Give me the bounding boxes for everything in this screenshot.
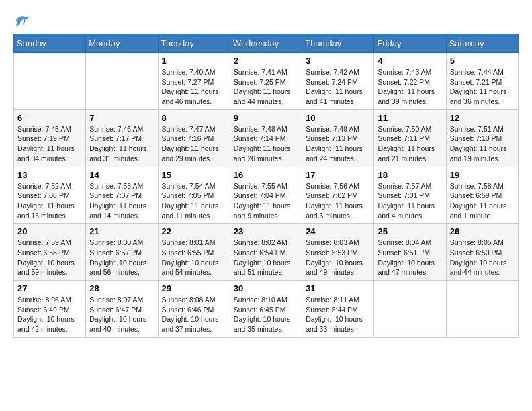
calendar-header-friday: Friday — [374, 34, 446, 53]
calendar-cell: 16Sunrise: 7:55 AM Sunset: 7:04 PM Dayli… — [230, 167, 302, 224]
calendar-cell: 1Sunrise: 7:40 AM Sunset: 7:27 PM Daylig… — [158, 53, 230, 110]
day-info: Sunrise: 7:49 AM Sunset: 7:13 PM Dayligh… — [306, 124, 370, 164]
day-info: Sunrise: 7:42 AM Sunset: 7:24 PM Dayligh… — [306, 67, 370, 107]
day-info: Sunrise: 8:00 AM Sunset: 6:57 PM Dayligh… — [89, 238, 154, 277]
day-number: 3 — [306, 56, 370, 66]
calendar-header-sunday: Sunday — [14, 34, 86, 53]
day-number: 26 — [450, 226, 515, 236]
day-number: 15 — [162, 170, 226, 180]
day-info: Sunrise: 7:50 AM Sunset: 7:11 PM Dayligh… — [378, 124, 442, 164]
calendar-cell — [446, 281, 518, 338]
day-number: 22 — [162, 226, 226, 236]
day-number: 12 — [450, 113, 515, 123]
calendar-header-wednesday: Wednesday — [230, 34, 302, 53]
day-number: 17 — [306, 170, 370, 180]
calendar-cell: 18Sunrise: 7:57 AM Sunset: 7:01 PM Dayli… — [374, 167, 446, 224]
calendar-cell: 4Sunrise: 7:43 AM Sunset: 7:22 PM Daylig… — [374, 53, 446, 110]
calendar-cell — [86, 53, 158, 110]
day-info: Sunrise: 8:11 AM Sunset: 6:44 PM Dayligh… — [306, 295, 370, 334]
day-number: 28 — [89, 283, 154, 293]
day-number: 20 — [17, 226, 82, 236]
day-info: Sunrise: 7:58 AM Sunset: 6:59 PM Dayligh… — [450, 181, 515, 221]
calendar-cell: 20Sunrise: 7:59 AM Sunset: 6:58 PM Dayli… — [14, 224, 86, 281]
calendar-cell: 19Sunrise: 7:58 AM Sunset: 6:59 PM Dayli… — [446, 167, 518, 224]
calendar-week-2: 6Sunrise: 7:45 AM Sunset: 7:19 PM Daylig… — [14, 109, 519, 167]
calendar-cell: 22Sunrise: 8:01 AM Sunset: 6:55 PM Dayli… — [158, 224, 230, 281]
day-number: 10 — [306, 113, 370, 123]
day-number: 4 — [378, 56, 442, 66]
day-info: Sunrise: 7:51 AM Sunset: 7:10 PM Dayligh… — [450, 124, 515, 164]
calendar-cell: 30Sunrise: 8:10 AM Sunset: 6:45 PM Dayli… — [230, 281, 302, 338]
calendar-header-tuesday: Tuesday — [158, 34, 230, 53]
day-number: 2 — [234, 56, 298, 66]
calendar-table: SundayMondayTuesdayWednesdayThursdayFrid… — [13, 34, 519, 338]
day-info: Sunrise: 7:52 AM Sunset: 7:08 PM Dayligh… — [17, 181, 82, 221]
calendar-cell: 12Sunrise: 7:51 AM Sunset: 7:10 PM Dayli… — [446, 109, 518, 167]
day-number: 25 — [378, 226, 442, 236]
day-info: Sunrise: 7:46 AM Sunset: 7:17 PM Dayligh… — [89, 124, 154, 164]
day-info: Sunrise: 8:02 AM Sunset: 6:54 PM Dayligh… — [234, 238, 298, 277]
day-info: Sunrise: 7:47 AM Sunset: 7:16 PM Dayligh… — [162, 124, 226, 164]
day-info: Sunrise: 7:43 AM Sunset: 7:22 PM Dayligh… — [378, 67, 442, 107]
day-number: 13 — [17, 170, 82, 180]
calendar-cell: 23Sunrise: 8:02 AM Sunset: 6:54 PM Dayli… — [230, 224, 302, 281]
day-info: Sunrise: 7:48 AM Sunset: 7:14 PM Dayligh… — [234, 124, 298, 164]
day-number: 18 — [378, 170, 442, 180]
calendar-cell — [374, 281, 446, 338]
day-number: 14 — [89, 170, 154, 180]
logo — [13, 13, 31, 27]
day-info: Sunrise: 7:59 AM Sunset: 6:58 PM Dayligh… — [17, 238, 82, 277]
day-number: 29 — [162, 283, 226, 293]
day-number: 27 — [17, 283, 82, 293]
calendar-header-row: SundayMondayTuesdayWednesdayThursdayFrid… — [14, 34, 519, 53]
calendar-cell: 29Sunrise: 8:08 AM Sunset: 6:46 PM Dayli… — [158, 281, 230, 338]
day-number: 21 — [89, 226, 154, 236]
calendar-cell: 3Sunrise: 7:42 AM Sunset: 7:24 PM Daylig… — [302, 53, 374, 110]
day-number: 31 — [306, 283, 370, 293]
calendar-cell: 31Sunrise: 8:11 AM Sunset: 6:44 PM Dayli… — [302, 281, 374, 338]
day-info: Sunrise: 7:53 AM Sunset: 7:07 PM Dayligh… — [89, 181, 154, 221]
day-info: Sunrise: 8:01 AM Sunset: 6:55 PM Dayligh… — [162, 238, 226, 277]
calendar-cell: 25Sunrise: 8:04 AM Sunset: 6:51 PM Dayli… — [374, 224, 446, 281]
calendar-cell: 15Sunrise: 7:54 AM Sunset: 7:05 PM Dayli… — [158, 167, 230, 224]
day-info: Sunrise: 8:10 AM Sunset: 6:45 PM Dayligh… — [234, 295, 298, 334]
day-info: Sunrise: 8:07 AM Sunset: 6:47 PM Dayligh… — [89, 295, 154, 334]
day-number: 11 — [378, 113, 442, 123]
day-info: Sunrise: 7:44 AM Sunset: 7:21 PM Dayligh… — [450, 67, 515, 107]
calendar-cell: 13Sunrise: 7:52 AM Sunset: 7:08 PM Dayli… — [14, 167, 86, 224]
day-number: 7 — [89, 113, 154, 123]
calendar-header-monday: Monday — [86, 34, 158, 53]
calendar-cell: 10Sunrise: 7:49 AM Sunset: 7:13 PM Dayli… — [302, 109, 374, 167]
day-number: 8 — [162, 113, 226, 123]
day-info: Sunrise: 8:08 AM Sunset: 6:46 PM Dayligh… — [162, 295, 226, 334]
day-info: Sunrise: 7:41 AM Sunset: 7:25 PM Dayligh… — [234, 67, 298, 107]
calendar-cell: 5Sunrise: 7:44 AM Sunset: 7:21 PM Daylig… — [446, 53, 518, 110]
day-number: 6 — [17, 113, 82, 123]
calendar-cell — [14, 53, 86, 110]
calendar-week-3: 13Sunrise: 7:52 AM Sunset: 7:08 PM Dayli… — [14, 167, 519, 224]
day-info: Sunrise: 8:05 AM Sunset: 6:50 PM Dayligh… — [450, 238, 515, 277]
day-number: 16 — [234, 170, 298, 180]
day-info: Sunrise: 7:57 AM Sunset: 7:01 PM Dayligh… — [378, 181, 442, 221]
calendar-header-saturday: Saturday — [446, 34, 518, 53]
calendar-cell: 17Sunrise: 7:56 AM Sunset: 7:02 PM Dayli… — [302, 167, 374, 224]
day-info: Sunrise: 7:45 AM Sunset: 7:19 PM Dayligh… — [17, 124, 82, 164]
calendar-week-4: 20Sunrise: 7:59 AM Sunset: 6:58 PM Dayli… — [14, 224, 519, 281]
day-number: 30 — [234, 283, 298, 293]
calendar-cell: 9Sunrise: 7:48 AM Sunset: 7:14 PM Daylig… — [230, 109, 302, 167]
calendar-cell: 8Sunrise: 7:47 AM Sunset: 7:16 PM Daylig… — [158, 109, 230, 167]
day-number: 5 — [450, 56, 515, 66]
calendar-week-1: 1Sunrise: 7:40 AM Sunset: 7:27 PM Daylig… — [14, 53, 519, 110]
calendar-week-5: 27Sunrise: 8:06 AM Sunset: 6:49 PM Dayli… — [14, 281, 519, 338]
calendar-cell: 7Sunrise: 7:46 AM Sunset: 7:17 PM Daylig… — [86, 109, 158, 167]
logo-bird-icon — [15, 13, 31, 27]
day-number: 1 — [162, 56, 226, 66]
day-number: 24 — [306, 226, 370, 236]
day-info: Sunrise: 7:40 AM Sunset: 7:27 PM Dayligh… — [162, 67, 226, 107]
page-header — [13, 13, 519, 27]
day-number: 23 — [234, 226, 298, 236]
day-info: Sunrise: 8:04 AM Sunset: 6:51 PM Dayligh… — [378, 238, 442, 277]
calendar-cell: 28Sunrise: 8:07 AM Sunset: 6:47 PM Dayli… — [86, 281, 158, 338]
calendar-cell: 24Sunrise: 8:03 AM Sunset: 6:53 PM Dayli… — [302, 224, 374, 281]
day-info: Sunrise: 7:54 AM Sunset: 7:05 PM Dayligh… — [162, 181, 226, 221]
